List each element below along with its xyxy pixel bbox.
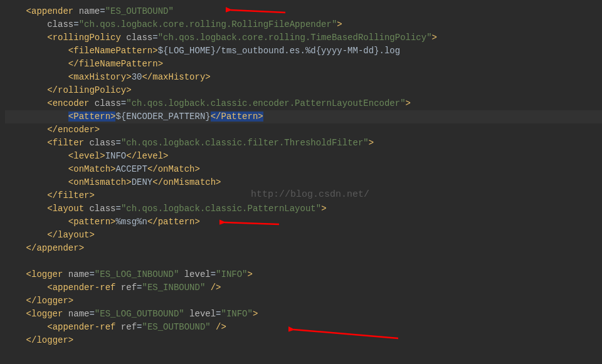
code-line: <level>INFO</level> — [5, 150, 602, 163]
code-line: </logger> — [5, 294, 602, 308]
code-line: </layout> — [5, 229, 602, 242]
code-line: </rollingPolicy> — [5, 84, 602, 97]
code-line: <filter class="ch.qos.logback.classic.fi… — [5, 137, 602, 150]
code-line: <logger name="ES_LOG_OUTBOUND" level="IN… — [5, 308, 602, 321]
code-block: <appender name="ES_OUTBOUND" class="ch.q… — [0, 0, 602, 352]
code-line: <logger name="ES_LOG_INBOUND" level="INF… — [5, 268, 602, 281]
code-line: <rollingPolicy class="ch.qos.logback.cor… — [5, 31, 602, 44]
code-line: <maxHistory>30</maxHistory> — [5, 71, 602, 84]
code-line: <fileNamePattern>${LOG_HOME}/tms_outboun… — [5, 44, 602, 58]
code-line: class="ch.qos.logback.core.rolling.Rolli… — [5, 18, 602, 31]
code-line: <onMatch>ACCEPT</onMatch> — [5, 163, 602, 176]
code-line: </filter> — [5, 189, 602, 202]
code-line: <appender-ref ref="ES_INBOUND" /> — [5, 281, 602, 294]
code-line: <layout class="ch.qos.logback.classic.Pa… — [5, 202, 602, 216]
code-line: <pattern>%msg%n</pattern> — [5, 216, 602, 229]
code-line: </encoder> — [5, 123, 602, 137]
code-line: <onMismatch>DENY</onMismatch> — [5, 176, 602, 189]
code-line: </appender> — [5, 242, 602, 255]
code-line: <appender name="ES_OUTBOUND" — [5, 5, 602, 18]
code-line: <appender-ref ref="ES_OUTBOUND" /> — [5, 321, 602, 334]
code-line: </fileNamePattern> — [5, 58, 602, 71]
code-line: <encoder class="ch.qos.logback.classic.e… — [5, 97, 602, 110]
code-line-blank — [5, 255, 602, 268]
code-line: </logger> — [5, 334, 602, 347]
code-line-highlighted: <Pattern>${ENCODER_PATTERN}</Pattern> — [5, 110, 602, 123]
